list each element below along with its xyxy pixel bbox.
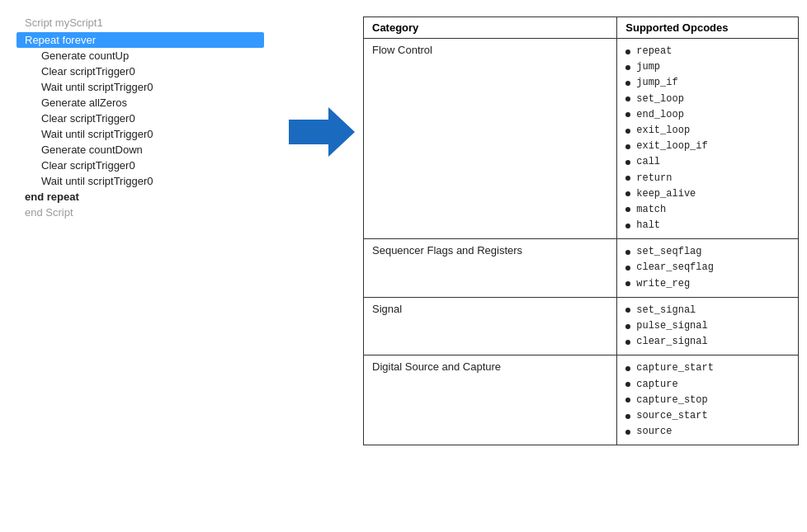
category-cell: Sequencer Flags and Registers — [364, 239, 617, 298]
opcode-text: call — [636, 154, 660, 170]
opcodes-cell: set_signalpulse_signalclear_signal — [617, 297, 799, 355]
list-item: capture_stop — [625, 393, 790, 408]
opcode-text: capture_start — [636, 360, 714, 376]
list-item: clear_signal — [625, 334, 790, 350]
list-item: repeat — [625, 44, 790, 59]
list-item: return — [625, 171, 790, 186]
list-item: pulse_signal — [625, 318, 790, 334]
bullet-icon — [625, 144, 630, 149]
list-item: source_start — [625, 408, 790, 424]
bullet-icon — [625, 176, 630, 181]
opcode-text: source — [636, 424, 672, 440]
list-item: jump — [625, 59, 790, 75]
script-item[interactable]: Wait until scriptTrigger0 — [17, 126, 264, 142]
category-cell: Digital Source and Capture — [364, 355, 617, 445]
list-item: keep_alive — [625, 186, 790, 202]
bullet-icon — [625, 340, 630, 345]
script-item[interactable]: Wait until scriptTrigger0 — [17, 79, 264, 95]
opcode-text: capture — [636, 377, 677, 393]
script-item[interactable]: end repeat — [17, 189, 264, 205]
bullet-icon — [625, 129, 630, 134]
list-item: source — [625, 424, 790, 440]
bullet-icon — [625, 266, 630, 271]
list-item: set_signal — [625, 303, 790, 318]
list-item: set_seqflag — [625, 244, 790, 260]
script-items: Repeat foreverGenerate countUpClear scri… — [17, 32, 264, 205]
opcode-text: clear_signal — [636, 334, 707, 350]
opcode-text: keep_alive — [636, 186, 696, 202]
svg-marker-0 — [289, 107, 355, 157]
opcode-text: clear_seqflag — [636, 260, 714, 275]
opcode-text: jump — [636, 59, 660, 75]
list-item: exit_loop_if — [625, 139, 790, 154]
opcodes-cell: repeatjumpjump_ifset_loopend_loopexit_lo… — [617, 39, 799, 239]
bullet-icon — [625, 382, 630, 387]
list-item: capture — [625, 377, 790, 393]
table-row: Signalset_signalpulse_signalclear_signal — [364, 297, 799, 355]
opcode-text: match — [636, 202, 666, 218]
bullet-icon — [625, 308, 630, 313]
bullet-icon — [625, 112, 630, 117]
opcode-text: write_reg — [636, 276, 690, 292]
bullet-icon — [625, 414, 630, 419]
opcode-text: jump_if — [636, 75, 677, 91]
opcode-text: return — [636, 171, 672, 186]
bullet-icon — [625, 49, 630, 54]
opcode-text: source_start — [636, 408, 707, 424]
bullet-icon — [625, 224, 630, 228]
category-cell: Flow Control — [364, 39, 617, 239]
opcode-text: exit_loop_if — [636, 139, 707, 154]
col-header-opcodes: Supported Opcodes — [617, 17, 799, 39]
list-item: end_loop — [625, 107, 790, 123]
opcode-text: halt — [636, 218, 660, 233]
opcode-text: set_signal — [636, 303, 696, 318]
script-label: Script myScript1 — [17, 16, 264, 29]
category-cell: Signal — [364, 297, 617, 355]
opcodes-table: Category Supported Opcodes Flow Controlr… — [363, 16, 799, 445]
col-header-category: Category — [364, 17, 617, 39]
right-arrow-icon — [289, 107, 355, 157]
opcode-text: repeat — [636, 44, 672, 59]
opcodes-cell: set_seqflagclear_seqflagwrite_reg — [617, 239, 799, 298]
script-item[interactable]: Repeat forever — [17, 32, 264, 48]
left-panel: Script myScript1 Repeat foreverGenerate … — [0, 8, 281, 227]
script-item[interactable]: Generate allZeros — [17, 95, 264, 111]
bullet-icon — [625, 366, 630, 371]
bullet-icon — [625, 97, 630, 101]
script-item[interactable]: Clear scriptTrigger0 — [17, 64, 264, 79]
opcode-text: capture_stop — [636, 393, 707, 408]
opcode-text: set_loop — [636, 92, 684, 107]
table-row: Digital Source and Capturecapture_startc… — [364, 355, 799, 445]
list-item: write_reg — [625, 276, 790, 292]
list-item: set_loop — [625, 92, 790, 107]
script-footer: end Script — [17, 206, 264, 219]
list-item: clear_seqflag — [625, 260, 790, 275]
arrow-area — [281, 8, 363, 157]
bullet-icon — [625, 207, 630, 212]
opcode-text: set_seqflag — [636, 244, 701, 260]
table-row: Flow Controlrepeatjumpjump_ifset_loopend… — [364, 39, 799, 239]
script-item[interactable]: Clear scriptTrigger0 — [17, 111, 264, 126]
script-item[interactable]: Clear scriptTrigger0 — [17, 158, 264, 173]
script-item[interactable]: Generate countUp — [17, 48, 264, 64]
bullet-icon — [625, 250, 630, 255]
bullet-icon — [625, 324, 630, 329]
script-item[interactable]: Wait until scriptTrigger0 — [17, 173, 264, 189]
list-item: match — [625, 202, 790, 218]
table-row: Sequencer Flags and Registersset_seqflag… — [364, 239, 799, 298]
bullet-icon — [625, 191, 630, 196]
list-item: halt — [625, 218, 790, 233]
bullet-icon — [625, 160, 630, 165]
opcode-text: end_loop — [636, 107, 684, 123]
bullet-icon — [625, 281, 630, 286]
bullet-icon — [625, 398, 630, 403]
bullet-icon — [625, 430, 630, 435]
script-item[interactable]: Generate countDown — [17, 142, 264, 158]
right-panel: Category Supported Opcodes Flow Controlr… — [363, 8, 807, 454]
opcodes-cell: capture_startcapturecapture_stopsource_s… — [617, 355, 799, 445]
bullet-icon — [625, 65, 630, 70]
list-item: capture_start — [625, 360, 790, 376]
list-item: call — [625, 154, 790, 170]
opcode-text: exit_loop — [636, 123, 690, 139]
list-item: jump_if — [625, 75, 790, 91]
